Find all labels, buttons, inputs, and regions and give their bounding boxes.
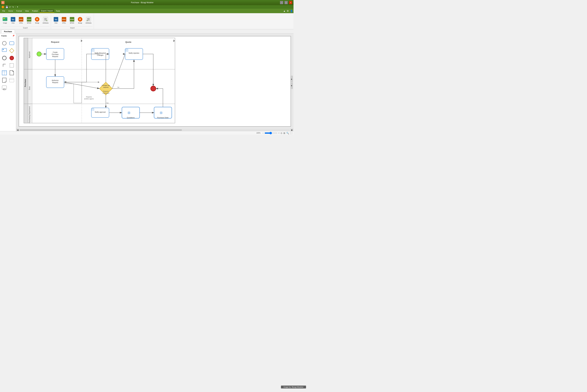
- import-bpmn-button[interactable]: BPMN BPMN: [68, 16, 76, 24]
- scroll-up-icon[interactable]: ▲: [290, 76, 293, 82]
- maximize-button[interactable]: □: [284, 1, 288, 4]
- menu-tools[interactable]: Tools: [54, 9, 62, 12]
- close-button[interactable]: ✕: [289, 1, 292, 4]
- export-image-button[interactable]: Image: [1, 16, 9, 24]
- import-visio-button[interactable]: Vs Visio: [52, 16, 60, 24]
- yes-label: Yes: [106, 102, 109, 104]
- svg-text:Vs: Vs: [55, 18, 57, 21]
- palette-circle-empty[interactable]: [1, 40, 8, 46]
- fit-page-icon[interactable]: ⊙: [280, 132, 282, 134]
- zoom-in-icon[interactable]: +: [278, 132, 280, 134]
- svg-text:Create: Create: [53, 52, 58, 53]
- pool-label: Purchase: [24, 79, 26, 87]
- horizontal-scrollbar[interactable]: [19, 130, 290, 131]
- export-bizagi-button[interactable]: B Bizagi: [34, 16, 41, 24]
- svg-text:Request: Request: [52, 56, 58, 58]
- svg-text:Authorized: Authorized: [102, 92, 109, 94]
- palette-diamond[interactable]: [9, 48, 15, 54]
- svg-text:XPDL: XPDL: [19, 19, 23, 20]
- import-attributes-button[interactable]: Attributes: [85, 16, 93, 24]
- menu-file[interactable]: File: [1, 9, 7, 12]
- more-quick-icon[interactable]: ▾: [17, 6, 18, 8]
- svg-rect-42: [10, 78, 14, 82]
- palette-circle-red[interactable]: [9, 55, 15, 61]
- no-label: No: [117, 86, 119, 88]
- grid-icon[interactable]: ⊞: [283, 132, 285, 134]
- import-bpmn-label: BPMN: [70, 22, 74, 24]
- quotations-task: [122, 107, 140, 118]
- tab-bar: Purchase: [0, 29, 294, 34]
- collapse-ribbon-icon[interactable]: ▲: [283, 10, 285, 12]
- svg-text:Purchase: Purchase: [52, 54, 59, 55]
- search-diagram-icon[interactable]: 🔍: [286, 132, 289, 134]
- notify-rejection-task: [125, 48, 143, 60]
- quotations-label: Quotations: [127, 117, 135, 118]
- palette-dashed-rect[interactable]: [9, 62, 15, 68]
- palette-rect-callout[interactable]: [1, 48, 8, 54]
- palette-rect-rounded[interactable]: [9, 40, 15, 46]
- palette-pin-icon[interactable]: 📌: [13, 35, 15, 37]
- export-bpmn-button[interactable]: BPMN BPMN: [26, 16, 33, 24]
- xpdl-export-icon: XPDL: [19, 17, 24, 22]
- image-icon: [3, 17, 8, 22]
- visio-import-icon: Vs: [53, 17, 59, 22]
- palette-document[interactable]: [9, 70, 15, 76]
- svg-rect-30: [10, 42, 14, 45]
- menu-bar: File Home Format View Publish Export / I…: [0, 9, 294, 13]
- zoom-slider[interactable]: [265, 132, 277, 134]
- minimize-button[interactable]: −: [280, 1, 283, 4]
- import-bizagi-button[interactable]: B Bizagi: [76, 16, 84, 24]
- menu-export-import[interactable]: Export / Import: [40, 9, 54, 13]
- export-image-label: Image: [3, 22, 7, 24]
- save-quick-icon[interactable]: 💾: [6, 6, 8, 8]
- palette-title: Palette: [1, 35, 7, 37]
- diagram-container[interactable]: Purchase Applicant Boss Purchasing Depar…: [19, 36, 291, 127]
- undo-quick-icon[interactable]: ↩: [9, 6, 11, 8]
- palette-circle-thick[interactable]: [1, 55, 8, 61]
- xpdl-import-icon: XPDL: [62, 17, 67, 22]
- bpmn-export-icon: BPMN: [27, 17, 32, 22]
- svg-rect-44: [2, 86, 7, 90]
- separator: |: [15, 6, 16, 8]
- palette-header: Palette 📌: [1, 34, 15, 38]
- export-buttons: Image Vs Visio XPDL XPDL BPMN BPMN: [1, 14, 50, 26]
- svg-point-34: [3, 56, 6, 60]
- attributes-export-icon: [43, 17, 48, 22]
- zoom-controls: 100% − + ⊙ ⊞ 🔍 ⛶: [256, 132, 292, 134]
- window-title: Purchase - Bizagi Modeler: [5, 2, 280, 4]
- scroll-left-button[interactable]: ◀: [17, 129, 19, 131]
- palette-subprocess[interactable]: [1, 84, 8, 91]
- svg-text:another approv: another approv: [84, 98, 94, 100]
- import-xpdl-button[interactable]: XPDL XPDL: [60, 16, 68, 24]
- redo-quick-icon[interactable]: ↪: [12, 6, 14, 8]
- menu-format[interactable]: Format: [15, 9, 24, 12]
- settings-icon[interactable]: ⚙: [287, 10, 289, 12]
- svg-text:required: required: [103, 86, 108, 88]
- canvas-area[interactable]: ▲ ▼ Purc: [16, 34, 294, 131]
- export-section: Image Vs Visio XPDL XPDL BPMN BPMN: [0, 13, 51, 29]
- user-icon[interactable]: 👤: [290, 10, 293, 12]
- export-xpdl-button[interactable]: XPDL XPDL: [17, 16, 25, 24]
- export-attributes-button[interactable]: Attributes: [42, 16, 50, 24]
- scroll-right-button[interactable]: ▶: [291, 129, 293, 131]
- export-visio-button[interactable]: Vs Visio: [9, 16, 17, 24]
- attributes-import-icon: [86, 17, 91, 22]
- visio-export-icon: Vs: [11, 17, 16, 22]
- import-attributes-label: Attributes: [85, 22, 92, 24]
- menu-publish[interactable]: Publish: [31, 9, 40, 12]
- svg-text:XPDL: XPDL: [62, 19, 66, 20]
- menu-view[interactable]: View: [24, 9, 31, 12]
- export-section-label: Export: [1, 26, 50, 29]
- menu-home[interactable]: Home: [7, 9, 15, 12]
- zoom-out-icon[interactable]: −: [262, 132, 264, 134]
- palette-note[interactable]: [1, 77, 8, 83]
- tab-purchase[interactable]: Purchase: [1, 30, 15, 33]
- palette-table[interactable]: [1, 70, 8, 76]
- palette-corner-connector[interactable]: [1, 62, 8, 68]
- fullscreen-icon[interactable]: ⛶: [290, 132, 292, 134]
- quote-section-label: Quote: [125, 41, 131, 43]
- notify-rejection-label: Notify rejection: [129, 52, 139, 54]
- scroll-down-icon[interactable]: ▼: [290, 82, 293, 89]
- palette-dashed-box[interactable]: [9, 77, 15, 83]
- import-xpdl-label: XPDL: [62, 22, 66, 24]
